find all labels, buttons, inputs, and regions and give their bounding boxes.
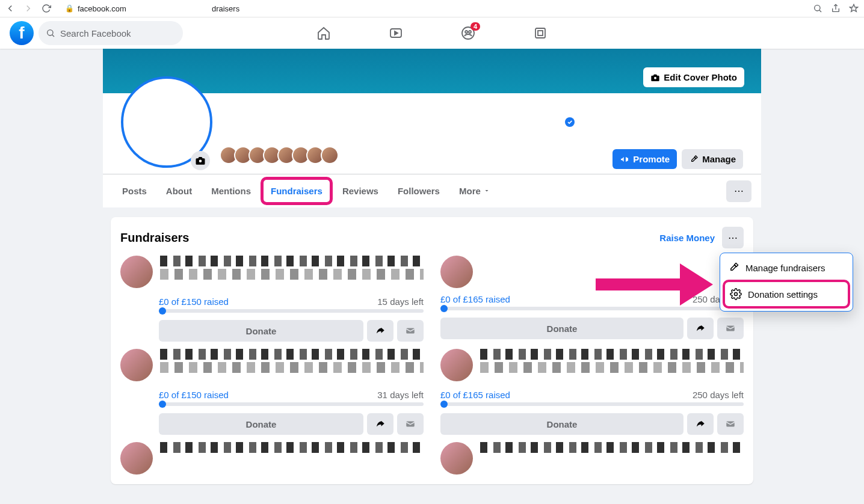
avatar[interactable] <box>120 442 153 475</box>
manage-label: Manage <box>702 154 736 164</box>
svg-point-0 <box>815 5 820 11</box>
avatar[interactable] <box>120 256 153 288</box>
mail-icon <box>725 419 736 429</box>
profile-tabs: Posts About Mentions Fundraisers Reviews… <box>103 174 761 207</box>
tab-reviews[interactable]: Reviews <box>333 176 388 206</box>
progress-bar <box>159 402 424 406</box>
browser-toolbar: 🔒 facebook.com draisers <box>0 0 864 17</box>
camera-icon <box>195 155 206 166</box>
raised-amount: £0 of £150 raised <box>159 297 229 307</box>
avatar[interactable] <box>440 442 473 475</box>
days-left: 15 days left <box>377 297 424 307</box>
megaphone-icon <box>620 155 629 164</box>
section-title: Fundraisers <box>120 231 659 245</box>
share-button[interactable] <box>367 320 393 342</box>
edit-cover-label: Edit Cover Photo <box>664 72 737 82</box>
tab-posts[interactable]: Posts <box>113 176 156 206</box>
fundraiser-card: £0 of £150 raised31 days left Donate <box>120 349 424 435</box>
url-host: facebook.com <box>78 4 126 13</box>
svg-point-8 <box>654 76 656 79</box>
fundraiser-card <box>120 442 424 475</box>
message-button[interactable] <box>397 413 424 435</box>
search-placeholder: Search Facebook <box>60 28 131 38</box>
raised-amount: £0 of £165 raised <box>440 294 510 304</box>
edit-cover-button[interactable]: Edit Cover Photo <box>643 67 744 87</box>
search-icon <box>46 28 55 38</box>
url-bar[interactable]: 🔒 facebook.com draisers <box>59 2 805 15</box>
lock-icon: 🔒 <box>65 4 74 13</box>
fundraiser-card <box>440 442 744 475</box>
redacted-text <box>160 349 424 384</box>
section-more-button[interactable]: ⋯ <box>722 227 744 248</box>
gear-icon <box>730 288 742 300</box>
fundraiser-card: £0 of £165 raised250 days left Donate <box>440 256 744 342</box>
profile-header-wrap: Edit Cover Photo Promote Manage Posts Ab… <box>103 49 761 207</box>
manage-fundraisers-item[interactable]: Manage fundraisers <box>723 256 850 280</box>
message-button[interactable] <box>397 320 424 342</box>
promote-label: Promote <box>633 154 670 164</box>
back-button[interactable] <box>5 3 16 14</box>
raise-money-link[interactable]: Raise Money <box>659 233 715 243</box>
avatar[interactable] <box>120 349 153 381</box>
gaming-icon[interactable] <box>533 26 548 40</box>
raised-amount: £0 of £150 raised <box>159 390 229 400</box>
zoom-icon[interactable] <box>812 3 823 14</box>
home-icon[interactable] <box>316 26 331 40</box>
chevron-down-icon <box>483 187 490 194</box>
redacted-text <box>480 442 744 454</box>
donate-button[interactable]: Donate <box>159 320 363 342</box>
video-icon[interactable] <box>389 26 403 40</box>
notification-badge: 4 <box>471 22 480 31</box>
tab-overflow-button[interactable]: ⋯ <box>726 180 751 202</box>
tools-icon <box>727 262 739 274</box>
svg-point-1 <box>48 30 53 35</box>
edit-avatar-button[interactable] <box>191 151 210 170</box>
share-button[interactable] <box>687 318 714 339</box>
fundraisers-section: Fundraisers Raise Money ⋯ £0 of £150 rai… <box>111 217 753 484</box>
facebook-topnav: f Search Facebook 4 <box>0 17 864 49</box>
share-button[interactable] <box>687 413 714 435</box>
raised-amount: £0 of £165 raised <box>440 390 510 400</box>
message-button[interactable] <box>717 318 744 339</box>
manage-button[interactable]: Manage <box>682 149 743 169</box>
progress-bar <box>440 402 744 406</box>
svg-point-4 <box>465 31 467 33</box>
bookmark-icon[interactable] <box>848 3 859 14</box>
groups-icon[interactable]: 4 <box>461 26 475 40</box>
share-arrow-icon <box>695 419 706 429</box>
donate-button[interactable]: Donate <box>440 318 683 339</box>
cover-photo: Edit Cover Photo <box>103 49 761 93</box>
donate-button[interactable]: Donate <box>440 413 683 435</box>
redacted-text <box>480 349 744 384</box>
message-button[interactable] <box>717 413 744 435</box>
days-left: 31 days left <box>377 390 424 400</box>
share-button[interactable] <box>367 413 393 435</box>
facebook-logo[interactable]: f <box>10 21 34 45</box>
mail-icon <box>725 323 736 334</box>
mail-icon <box>405 419 416 429</box>
share-arrow-icon <box>695 323 706 334</box>
verified-badge-icon <box>565 117 575 127</box>
days-left: 250 days left <box>693 390 744 400</box>
share-arrow-icon <box>375 419 386 429</box>
promote-button[interactable]: Promote <box>613 149 677 169</box>
camera-icon <box>650 73 660 82</box>
tab-followers[interactable]: Followers <box>388 176 449 206</box>
avatar[interactable] <box>440 349 473 381</box>
forward-button[interactable] <box>23 3 34 14</box>
tools-icon <box>689 155 699 164</box>
fundraiser-dropdown: Manage fundraisers Donation settings <box>720 253 853 312</box>
redacted-text <box>160 442 424 454</box>
svg-point-9 <box>199 160 202 163</box>
mail-icon <box>405 325 416 336</box>
reload-button[interactable] <box>41 3 52 14</box>
donate-button[interactable]: Donate <box>159 413 363 435</box>
donation-settings-item[interactable]: Donation settings <box>723 280 850 309</box>
share-icon[interactable] <box>830 3 841 14</box>
tab-about[interactable]: About <box>156 176 202 206</box>
tab-mentions[interactable]: Mentions <box>202 176 261 206</box>
tab-more[interactable]: More <box>449 176 500 206</box>
search-input[interactable]: Search Facebook <box>39 21 183 45</box>
avatar[interactable] <box>440 256 473 288</box>
tab-fundraisers[interactable]: Fundraisers <box>261 177 333 205</box>
